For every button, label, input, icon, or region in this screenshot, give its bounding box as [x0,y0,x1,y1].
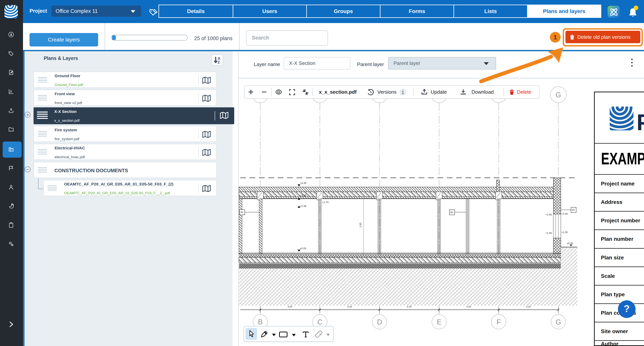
svg-text:+3.48: +3.48 [300,205,306,208]
svg-text:Z: Z [218,60,220,64]
svg-text:90: 90 [240,211,243,214]
svg-text:+1.00: +1.00 [562,231,568,234]
svg-text:+1.93: +1.93 [546,232,552,234]
svg-text:B: B [258,318,263,326]
svg-text:G: G [556,91,561,99]
svg-text:A: A [218,56,220,61]
svg-text:E: E [437,318,442,326]
svg-text:+2.44: +2.44 [562,212,568,215]
svg-text:+2.70: +2.70 [322,201,328,204]
svg-text:90: 90 [572,209,574,211]
svg-text:+4.35: +4.35 [300,182,306,185]
svg-text:4.00: 4.00 [347,305,352,308]
svg-text:90: 90 [450,211,453,214]
svg-text:D: D [377,318,382,326]
svg-text:4.00: 4.00 [407,305,412,308]
svg-text:+2.55: +2.55 [546,213,552,216]
svg-text:±0.00: ±0.00 [567,242,573,245]
svg-text:±0.00: ±0.00 [300,247,306,250]
svg-text:F: F [496,318,501,326]
svg-text:+3.98: +3.98 [300,194,306,197]
svg-text:4.00: 4.00 [526,305,531,308]
svg-text:4.00: 4.00 [466,305,471,308]
svg-text:C: C [318,318,322,326]
svg-text:4.00: 4.00 [288,305,292,308]
svg-text:G: G [556,318,561,326]
svg-text:1.95: 1.95 [359,223,362,228]
